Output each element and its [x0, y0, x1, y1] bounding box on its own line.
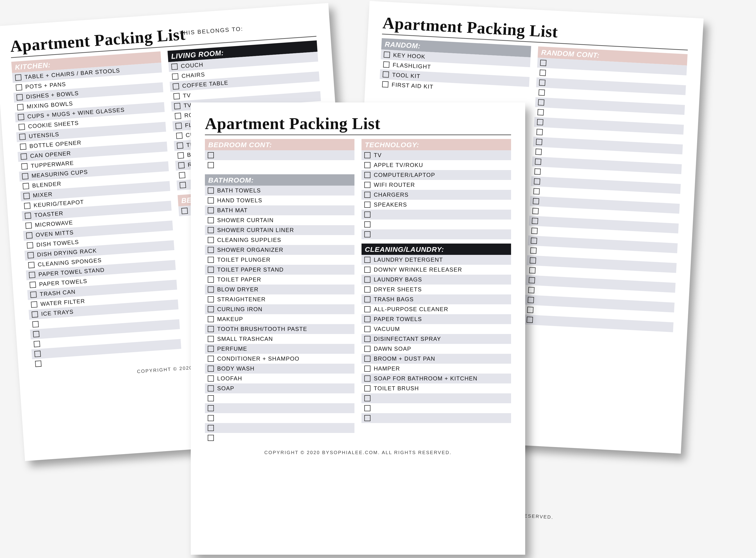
checkbox-icon[interactable] [537, 129, 543, 135]
checkbox-icon[interactable] [27, 252, 34, 259]
checkbox-icon[interactable] [533, 198, 539, 204]
checkbox-icon[interactable] [17, 94, 23, 101]
checkbox-icon[interactable] [173, 93, 180, 100]
checkbox-icon[interactable] [25, 222, 32, 229]
checkbox-icon[interactable] [383, 71, 389, 77]
checkbox-icon[interactable] [208, 326, 214, 332]
checkbox-icon[interactable] [208, 277, 214, 283]
checkbox-icon[interactable] [27, 242, 33, 249]
checkbox-icon[interactable] [529, 267, 536, 274]
checkbox-icon[interactable] [364, 365, 370, 372]
checkbox-icon[interactable] [21, 163, 28, 170]
checkbox-icon[interactable] [208, 247, 214, 253]
checkbox-icon[interactable] [530, 237, 537, 244]
checkbox-icon[interactable] [208, 435, 214, 441]
checkbox-icon[interactable] [20, 144, 26, 150]
checkbox-icon[interactable] [208, 207, 214, 213]
checkbox-icon[interactable] [208, 197, 214, 204]
checkbox-icon[interactable] [364, 395, 370, 401]
checkbox-icon[interactable] [208, 385, 214, 391]
checkbox-icon[interactable] [208, 257, 214, 263]
checkbox-icon[interactable] [364, 316, 370, 322]
checkbox-icon[interactable] [538, 99, 544, 105]
checkbox-icon[interactable] [174, 103, 181, 109]
checkbox-icon[interactable] [17, 104, 24, 110]
checkbox-icon[interactable] [534, 178, 540, 185]
checkbox-icon[interactable] [364, 376, 370, 382]
checkbox-icon[interactable] [35, 360, 42, 367]
checkbox-icon[interactable] [171, 64, 178, 70]
checkbox-icon[interactable] [15, 74, 22, 81]
checkbox-icon[interactable] [18, 114, 24, 120]
checkbox-icon[interactable] [208, 306, 214, 312]
checkbox-icon[interactable] [364, 192, 370, 198]
checkbox-icon[interactable] [539, 89, 545, 96]
checkbox-icon[interactable] [18, 124, 25, 130]
checkbox-icon[interactable] [364, 222, 370, 228]
checkbox-icon[interactable] [208, 365, 214, 372]
checkbox-icon[interactable] [536, 139, 542, 145]
checkbox-icon[interactable] [29, 281, 36, 288]
checkbox-icon[interactable] [208, 395, 214, 401]
checkbox-icon[interactable] [32, 321, 39, 328]
checkbox-icon[interactable] [540, 70, 546, 76]
checkbox-icon[interactable] [33, 331, 40, 337]
checkbox-icon[interactable] [208, 296, 214, 302]
checkbox-icon[interactable] [535, 149, 542, 155]
checkbox-icon[interactable] [364, 306, 370, 312]
checkbox-icon[interactable] [31, 301, 37, 308]
checkbox-icon[interactable] [178, 162, 185, 169]
checkbox-icon[interactable] [364, 257, 370, 263]
checkbox-icon[interactable] [539, 79, 545, 86]
checkbox-icon[interactable] [364, 182, 370, 188]
checkbox-icon[interactable] [364, 277, 370, 283]
checkbox-icon[interactable] [364, 356, 370, 362]
checkbox-icon[interactable] [176, 123, 182, 129]
checkbox-icon[interactable] [527, 297, 534, 303]
checkbox-icon[interactable] [34, 341, 40, 348]
checkbox-icon[interactable] [537, 119, 543, 125]
checkbox-icon[interactable] [208, 336, 214, 342]
checkbox-icon[interactable] [175, 113, 181, 120]
checkbox-icon[interactable] [208, 237, 214, 243]
checkbox-icon[interactable] [208, 267, 214, 273]
checkbox-icon[interactable] [530, 257, 536, 263]
checkbox-icon[interactable] [529, 277, 535, 283]
checkbox-icon[interactable] [364, 162, 370, 168]
checkbox-icon[interactable] [528, 287, 535, 293]
checkbox-icon[interactable] [34, 351, 41, 357]
checkbox-icon[interactable] [23, 193, 30, 199]
checkbox-icon[interactable] [384, 52, 390, 58]
checkbox-icon[interactable] [208, 187, 214, 194]
checkbox-icon[interactable] [538, 109, 544, 116]
checkbox-icon[interactable] [540, 59, 546, 66]
checkbox-icon[interactable] [527, 307, 533, 313]
checkbox-icon[interactable] [208, 425, 214, 431]
checkbox-icon[interactable] [531, 228, 538, 234]
checkbox-icon[interactable] [532, 218, 538, 224]
checkbox-icon[interactable] [364, 326, 370, 332]
checkbox-icon[interactable] [30, 291, 37, 298]
checkbox-icon[interactable] [364, 296, 370, 302]
checkbox-icon[interactable] [364, 415, 370, 421]
checkbox-icon[interactable] [364, 405, 370, 411]
checkbox-icon[interactable] [364, 211, 370, 218]
checkbox-icon[interactable] [208, 162, 214, 168]
checkbox-icon[interactable] [177, 152, 184, 159]
checkbox-icon[interactable] [176, 132, 183, 139]
checkbox-icon[interactable] [25, 212, 31, 219]
checkbox-icon[interactable] [31, 311, 38, 318]
checkbox-icon[interactable] [29, 272, 35, 278]
checkbox-icon[interactable] [208, 316, 214, 322]
checkbox-icon[interactable] [527, 316, 533, 323]
checkbox-icon[interactable] [23, 183, 29, 189]
checkbox-icon[interactable] [19, 133, 26, 140]
checkbox-icon[interactable] [208, 286, 214, 293]
checkbox-icon[interactable] [208, 415, 214, 421]
checkbox-icon[interactable] [26, 232, 33, 239]
checkbox-icon[interactable] [22, 173, 28, 179]
checkbox-icon[interactable] [364, 231, 370, 237]
checkbox-icon[interactable] [16, 84, 22, 91]
checkbox-icon[interactable] [364, 267, 370, 273]
checkbox-icon[interactable] [535, 169, 541, 175]
